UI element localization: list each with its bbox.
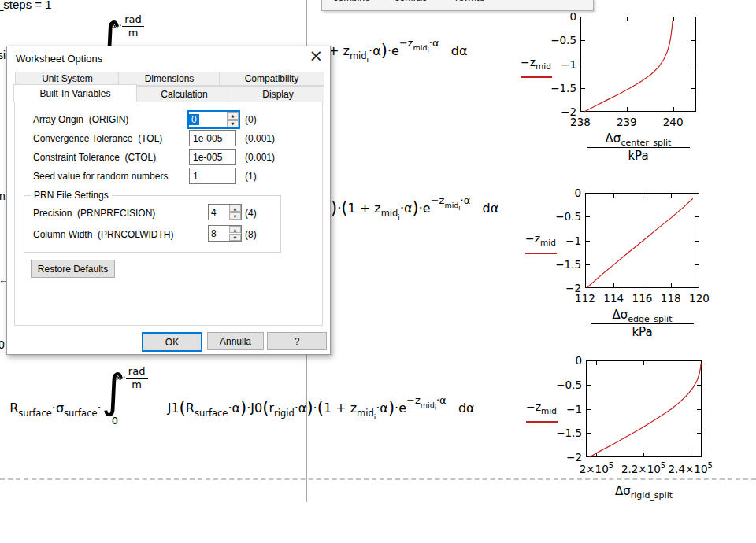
y-tick-label: 0 — [544, 187, 581, 199]
y-axis-legend: −zmid — [526, 401, 557, 413]
legend-sub: mid — [541, 406, 557, 416]
help-button[interactable]: ? — [267, 332, 327, 350]
trace-legend-line — [525, 253, 557, 254]
spin-up-icon[interactable]: ▲ — [229, 205, 241, 212]
math-token: dα — [458, 401, 475, 416]
field-input[interactable]: 8 — [209, 226, 228, 241]
legend-sub: mid — [540, 238, 556, 247]
y-axis-legend: −zmid — [525, 232, 556, 245]
field-label: Column Width (PRNCOLWIDTH) — [33, 229, 173, 240]
math-region-top[interactable]: + zmidi·α)·e−zmidi·α dα — [328, 39, 467, 60]
field-value: 4 — [209, 207, 217, 218]
legend-sub: mid — [536, 61, 551, 71]
ok-button[interactable]: OK — [142, 332, 202, 352]
math-token: ·α — [369, 43, 381, 58]
group-title: PRN File Settings — [31, 190, 112, 201]
math-token — [470, 201, 482, 216]
math-token: ·J0 — [246, 401, 262, 416]
integral-inf: ∞· — [114, 371, 126, 384]
tab-compatibility[interactable]: Compatibility — [219, 72, 324, 86]
field-label: Array Origin (ORIGIN) — [33, 114, 128, 125]
rad-per-m-fraction: rad m — [122, 14, 144, 38]
plot-border — [581, 17, 696, 112]
field-value: 8 — [209, 228, 217, 239]
math-token: 1 + z — [324, 401, 357, 416]
fraction-den: m — [128, 28, 139, 39]
integral-block: ∫ ∞· rad m 0 — [102, 364, 165, 427]
axis-label-sub: edge_split — [628, 314, 672, 324]
axis-label-numerator: Δσrigid_split — [615, 484, 673, 498]
math-token: mid — [413, 43, 428, 52]
worksheet-options-dialog: Worksheet Options × Unit SystemDimension… — [6, 46, 331, 355]
math-token: ( — [341, 198, 347, 217]
array-origin-spinbox[interactable]: 0▲▼ — [187, 110, 240, 129]
math-prefix: Rsurface·σsurface· — [9, 401, 101, 416]
y-tick-label: −0.5 — [544, 210, 581, 223]
math-token: ·α — [228, 401, 240, 416]
restore-defaults-button[interactable]: Restore Defaults — [31, 260, 115, 278]
math-region-middle[interactable]: )·(1 + zmidi·α)·e−zmidi·α dα — [331, 197, 498, 217]
field-label: Constraint Tolerance (CTOL) — [33, 152, 156, 163]
plot-canvas[interactable] — [576, 12, 701, 116]
legend-main: −z — [521, 56, 536, 68]
field-input[interactable]: 1e-005 — [189, 149, 236, 165]
math-fragment: si — [0, 49, 6, 61]
axis-label-denominator: kPa — [632, 325, 652, 339]
field-spinbox[interactable]: 8▲▼ — [208, 225, 242, 242]
math-token: −z — [399, 37, 413, 49]
field-input[interactable]: 0 — [189, 112, 226, 127]
plot-canvas[interactable] — [581, 356, 706, 462]
symbolic-toolbar: combineconfracrewrite — [321, 0, 594, 11]
integral-inf: ∞· — [110, 20, 122, 31]
toolbar-item-combine[interactable]: combine — [333, 0, 370, 3]
x-tick-label: 120 — [669, 292, 729, 305]
math-token: ·α — [376, 401, 388, 416]
math-token: mid — [381, 208, 398, 219]
fraction-num: rad — [124, 14, 142, 25]
math-token: ·e — [419, 201, 431, 216]
x-tick-label: 240 — [643, 116, 703, 128]
axis-label-main: Δσ — [615, 484, 631, 498]
axis-label-main: Δσ — [606, 131, 621, 146]
field-input[interactable]: 1 — [189, 168, 236, 184]
spin-down-icon[interactable]: ▼ — [229, 212, 241, 220]
math-region-bottom[interactable]: Rsurface·σsurface· ∫ ∞· rad m 0 J1(Rsurf… — [2, 349, 475, 427]
spinner: ▲▼ — [228, 226, 241, 241]
plot-canvas[interactable] — [580, 188, 704, 293]
tab-calculation[interactable]: Calculation — [135, 86, 233, 102]
tab-display[interactable]: Display — [232, 86, 324, 102]
math-token: −z — [431, 194, 445, 206]
close-icon[interactable]: × — [309, 47, 323, 65]
field-input[interactable]: 4 — [209, 205, 228, 220]
field-spinbox[interactable]: 4▲▼ — [208, 204, 242, 220]
math-token: J1 — [168, 401, 180, 416]
field-input[interactable]: 1e-005 — [189, 130, 236, 146]
field-label: Seed value for random numbers — [33, 171, 168, 182]
math-token: ·σ — [52, 401, 64, 416]
math-fragment: in — [0, 190, 6, 202]
field-value: 1e-005 — [190, 152, 222, 163]
spin-up-icon[interactable]: ▲ — [229, 226, 241, 233]
math-token: ) — [388, 398, 395, 417]
spin-down-icon[interactable]: ▼ — [229, 234, 241, 241]
spin-down-icon[interactable]: ▼ — [227, 120, 239, 128]
math-token: ( — [317, 398, 324, 417]
trace-curve — [587, 198, 693, 288]
math-token: ·α — [436, 394, 447, 406]
math-token: ·α — [400, 201, 413, 216]
axis-label-main: Δσ — [613, 308, 628, 322]
trace-legend-line — [521, 76, 552, 78]
field-default-value: (1) — [245, 171, 257, 182]
page-break-line — [0, 478, 756, 480]
tab-built-in-variables[interactable]: Built-In Variables — [13, 84, 137, 102]
y-tick-label: 0 — [539, 10, 576, 23]
cancel-button[interactable]: Annulla — [207, 332, 264, 350]
dialog-title: Worksheet Options — [16, 53, 102, 65]
toolbar-item-confrac[interactable]: confrac — [395, 0, 427, 3]
toolbar-item-rewrite[interactable]: rewrite — [455, 0, 485, 3]
x-axis-label: Δσedge_splitkPa — [572, 308, 713, 339]
trace-legend-line — [526, 421, 558, 423]
math-token: ·α — [461, 194, 471, 206]
math-token: ·e — [387, 43, 399, 58]
spin-up-icon[interactable]: ▲ — [227, 112, 239, 120]
